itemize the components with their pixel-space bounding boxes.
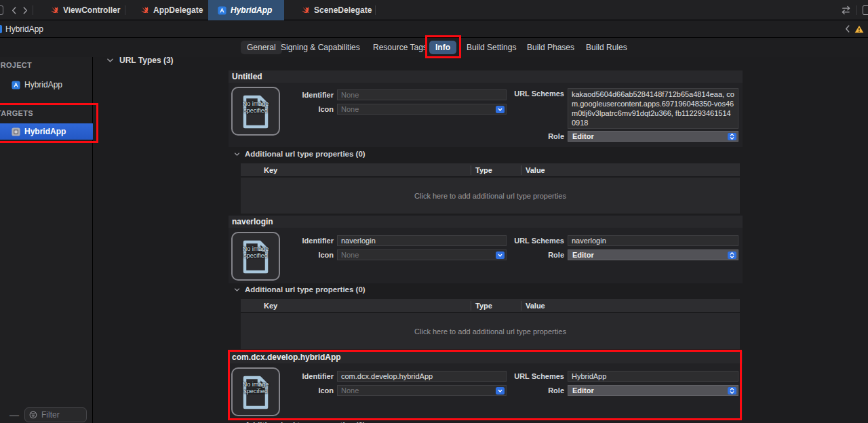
divider [375, 5, 376, 15]
url-schemes-label: URL Schemes [500, 371, 564, 382]
url-type-section: No image specified Identifier com.dcx.de… [229, 363, 743, 419]
column-divider[interactable] [471, 301, 471, 310]
editor-tab-bar: ViewController AppDelegate HybridApp Sce… [0, 0, 868, 20]
xcode-window: ViewController AppDelegate HybridApp Sce… [0, 0, 868, 423]
icon-dropdown[interactable]: None [337, 104, 507, 115]
tab-info[interactable]: Info [429, 41, 456, 54]
column-divider[interactable] [471, 165, 471, 175]
no-image-text: No image specified [241, 100, 271, 114]
url-type-title: naverlogin [229, 216, 743, 228]
column-key: Key [264, 163, 277, 177]
identifier-field[interactable]: None [337, 89, 507, 100]
forward-button[interactable] [20, 5, 31, 16]
role-label: Role [500, 385, 564, 396]
additional-props-header[interactable]: Additional url type properties (0) [234, 285, 366, 294]
url-schemes-field[interactable]: HybridApp [568, 371, 738, 382]
filter-bar: — Filter [0, 407, 93, 423]
identifier-field[interactable]: com.dcx.develop.hybridApp [337, 371, 507, 382]
chevron-down-icon [234, 152, 240, 157]
swap-arrows-icon[interactable] [840, 5, 852, 16]
add-property-row[interactable]: Click here to add additional url type pr… [241, 313, 740, 349]
tab-appdelegate[interactable]: AppDelegate [131, 0, 212, 20]
role-label: Role [500, 249, 564, 260]
stepper-icon [728, 387, 736, 395]
icon-dropdown[interactable]: None [337, 385, 507, 396]
swift-icon [50, 6, 59, 15]
tab-build-phases[interactable]: Build Phases [521, 41, 580, 54]
filter-placeholder: Filter [41, 410, 60, 420]
clipped-panel-icon [0, 5, 3, 15]
icon-label: Icon [269, 104, 334, 115]
target-icon [12, 127, 20, 136]
breadcrumb[interactable]: HybridApp [5, 24, 43, 34]
column-type: Type [475, 163, 492, 177]
no-image-text: No image specified [241, 381, 271, 395]
url-type-title: com.dcx.develop.hybridApp [229, 351, 743, 363]
url-type-section: No image specified Identifier None Icon … [229, 83, 743, 147]
additional-props-header[interactable]: Additional url type properties (0) [234, 150, 366, 158]
identifier-label: Identifier [269, 89, 334, 100]
tab-viewcontroller[interactable]: ViewController [41, 0, 130, 20]
sidebar-item-project-hybridapp[interactable]: HybridApp [0, 77, 93, 93]
identifier-label: Identifier [269, 371, 334, 382]
role-label: Role [500, 131, 564, 142]
stepper-icon [728, 133, 736, 140]
combo-chevron-icon [496, 106, 505, 113]
swift-icon [140, 6, 149, 15]
jump-bar: HybridApp [0, 20, 868, 38]
sidebar-item-target-hybridapp[interactable]: HybridApp [0, 123, 93, 140]
column-type: Type [475, 299, 492, 313]
filter-field[interactable]: Filter [24, 407, 87, 422]
tab-resource-tags[interactable]: Resource Tags [367, 41, 433, 54]
project-navigator: PROJECT HybridApp TARGETS HybridApp — Fi… [0, 57, 93, 423]
divider [856, 5, 857, 15]
tab-signing-capabilities[interactable]: Signing & Capabilities [275, 41, 366, 54]
url-type-section: No image specified Identifier naverlogin… [229, 228, 743, 283]
column-value: Value [526, 163, 545, 177]
url-schemes-label: URL Schemes [500, 235, 564, 246]
tab-build-rules[interactable]: Build Rules [580, 41, 633, 54]
clipped-editor-options-icon[interactable] [863, 5, 868, 15]
add-property-row[interactable]: Click here to add additional url type pr… [241, 178, 740, 214]
role-dropdown[interactable]: Editor [568, 131, 738, 142]
chevron-down-icon [234, 287, 240, 292]
table-header: Key Type Value [241, 163, 740, 177]
url-schemes-field[interactable]: naverlogin [568, 235, 738, 246]
url-type-title: Untitled [229, 70, 743, 83]
icon-label: Icon [269, 385, 334, 396]
role-dropdown[interactable]: Editor [568, 249, 738, 260]
project-header: PROJECT [0, 61, 32, 69]
tab-build-settings[interactable]: Build Settings [460, 41, 522, 54]
warning-icon[interactable] [854, 25, 864, 33]
tab-hybridapp-active[interactable]: HybridApp [208, 0, 284, 20]
app-icon [218, 6, 226, 15]
url-schemes-field[interactable]: kakaod5604d66ab5284148f712b65a4814eaa, c… [568, 88, 738, 129]
url-types-header[interactable]: URL Types (3) [106, 56, 174, 65]
clipped-file-icon [0, 25, 2, 33]
back-button[interactable] [8, 5, 19, 16]
chevron-down-icon [106, 58, 114, 63]
stepper-icon [728, 251, 736, 259]
divider [125, 5, 125, 15]
column-divider[interactable] [521, 165, 521, 175]
identifier-field[interactable]: naverlogin [337, 235, 507, 246]
chevron-left-icon[interactable] [844, 24, 850, 33]
role-dropdown[interactable]: Editor [568, 385, 738, 396]
icon-dropdown[interactable]: None [337, 249, 507, 260]
app-icon [12, 81, 20, 89]
info-editor: URL Types (3) Untitled No image specifie… [93, 57, 868, 423]
config-tab-bar: General Signing & Capabilities Resource … [0, 38, 868, 57]
filter-icon [29, 411, 38, 420]
no-image-text: No image specified [241, 245, 271, 259]
identifier-label: Identifier [269, 235, 334, 246]
remove-target-button[interactable]: — [8, 411, 20, 420]
icon-label: Icon [269, 249, 334, 260]
column-value: Value [526, 299, 545, 313]
table-header: Key Type Value [241, 299, 740, 313]
column-divider[interactable] [521, 301, 521, 310]
swift-icon [301, 6, 310, 15]
url-schemes-label: URL Schemes [500, 88, 564, 99]
column-key: Key [264, 299, 277, 313]
divider [33, 5, 33, 15]
tab-scenedelegate[interactable]: SceneDelegate [292, 0, 381, 20]
